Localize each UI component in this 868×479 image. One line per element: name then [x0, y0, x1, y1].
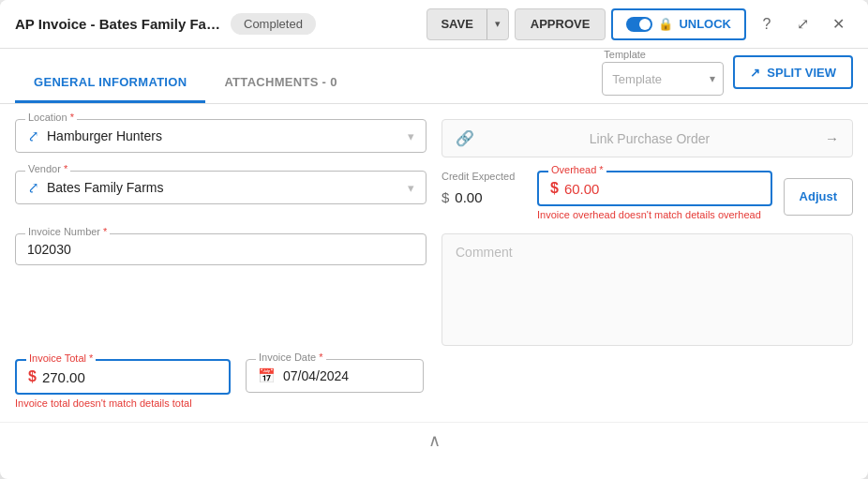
overhead-error-text: Invoice overhead doesn't match details o…	[537, 209, 772, 220]
save-main-button[interactable]: SAVE	[427, 9, 486, 39]
invoice-total-col: Invoice Total $ Invoice total doesn't ma…	[15, 359, 231, 409]
tab-attachments[interactable]: ATTACHMENTS - 0	[205, 62, 355, 103]
chevron-up-icon[interactable]: ∧	[428, 430, 441, 451]
overhead-field: Overhead $	[537, 171, 772, 206]
split-view-button[interactable]: ↗ SPLIT VIEW	[733, 55, 853, 89]
invoice-total-field: Invoice Total $	[15, 359, 231, 395]
chevron-row: ∧	[0, 422, 868, 460]
calendar-icon[interactable]: 📅	[258, 367, 276, 384]
template-dropdown-arrow-icon: ▾	[710, 72, 715, 85]
location-field: Location ⤤ Hamburger Hunters ▾	[15, 119, 427, 153]
vendor-value: Bates Family Farms	[47, 180, 400, 195]
vendor-label: Vendor	[25, 163, 70, 174]
vendor-field-row: ⤤ Bates Family Farms ▾	[27, 179, 414, 196]
invoice-number-col: Invoice Number	[15, 233, 427, 265]
invoice-total-error-text: Invoice total doesn't match details tota…	[15, 397, 231, 409]
invoice-number-input[interactable]	[27, 242, 414, 257]
link-icon: 🔗	[456, 129, 474, 147]
tab-extra: Template Template ▾ ↗ SPLIT VIEW	[602, 49, 853, 103]
maximize-icon: ⤢	[797, 15, 809, 33]
invoice-number-label: Invoice Number	[25, 226, 110, 237]
split-view-label: SPLIT VIEW	[767, 66, 836, 80]
invoice-date-field: Invoice Date 📅	[246, 359, 424, 393]
modal-container: AP Invoice - Bates Family Farms - 102...…	[0, 0, 868, 479]
row-invoice-total: Invoice Total $ Invoice total doesn't ma…	[15, 359, 853, 409]
credit-expected-value: 0.00	[455, 189, 482, 205]
link-purchase-arrow-icon: →	[825, 130, 839, 146]
modal-title: AP Invoice - Bates Family Farms - 102...	[15, 16, 221, 32]
overhead-value-row: $	[550, 180, 759, 197]
save-dropdown-button[interactable]: ▾	[487, 9, 508, 39]
unlock-label: UNLOCK	[679, 17, 731, 31]
overhead-input[interactable]	[564, 181, 759, 197]
comment-col-right: Comment	[441, 233, 853, 346]
tab-attachments-label: ATTACHMENTS - 0	[224, 75, 337, 89]
overhead-label: Overhead	[548, 164, 606, 175]
tab-general-label: GENERAL INFORMATION	[34, 75, 187, 89]
link-purchase-placeholder: Link Purchase Order	[484, 131, 816, 146]
location-dropdown-icon[interactable]: ▾	[408, 129, 414, 143]
invoice-total-dollar-sign: $	[28, 368, 37, 385]
credit-expected-value-row: $ 0.00	[441, 189, 526, 205]
credit-expected-label: Credit Expected	[441, 171, 526, 182]
row-vendor: Vendor ⤤ Bates Family Farms ▾ Credit Exp…	[15, 171, 853, 220]
overhead-group: Overhead $ Invoice overhead doesn't matc…	[537, 171, 772, 220]
header-actions: SAVE ▾ APPROVE 🔒 UNLOCK ? ⤢ ✕	[427, 8, 853, 40]
close-icon: ✕	[832, 15, 845, 33]
comment-box[interactable]: Comment	[441, 233, 853, 346]
row-invoice-number: Invoice Number Comment	[15, 233, 853, 346]
approve-button[interactable]: APPROVE	[515, 8, 606, 40]
link-purchase-col: 🔗 Link Purchase Order →	[441, 119, 853, 157]
unlock-button[interactable]: 🔒 UNLOCK	[611, 8, 746, 40]
lock-icon: 🔒	[658, 17, 673, 31]
template-select[interactable]: Template ▾	[602, 62, 724, 96]
invoice-date-col: Invoice Date 📅	[246, 359, 424, 393]
comment-label: Comment	[456, 245, 513, 260]
location-edit-icon[interactable]: ⤤	[27, 127, 39, 144]
vendor-dropdown-icon[interactable]: ▾	[408, 181, 414, 195]
vendor-edit-icon[interactable]: ⤤	[27, 179, 39, 196]
invoice-date-label: Invoice Date	[256, 352, 326, 363]
location-value: Hamburger Hunters	[47, 128, 400, 143]
adjust-button[interactable]: Adjust	[784, 178, 853, 216]
invoice-date-input[interactable]	[283, 368, 412, 383]
help-button[interactable]: ?	[752, 9, 782, 39]
location-field-row: ⤤ Hamburger Hunters ▾	[27, 127, 414, 144]
toggle-icon	[626, 17, 652, 32]
tabs-row: GENERAL INFORMATION ATTACHMENTS - 0 Temp…	[0, 49, 868, 104]
status-badge: Completed	[231, 13, 316, 35]
question-icon: ?	[763, 16, 771, 33]
template-label: Template	[602, 49, 724, 60]
tab-general[interactable]: GENERAL INFORMATION	[15, 62, 205, 103]
credit-dollar-sign: $	[441, 189, 449, 205]
invoice-number-field: Invoice Number	[15, 233, 427, 265]
template-select-value: Template	[612, 72, 704, 86]
credit-expected-group: Credit Expected $ 0.00	[441, 171, 526, 205]
link-purchase-field[interactable]: 🔗 Link Purchase Order →	[441, 119, 853, 157]
save-button-group[interactable]: SAVE ▾	[427, 8, 508, 40]
vendor-col: Vendor ⤤ Bates Family Farms ▾	[15, 171, 427, 220]
location-col: Location ⤤ Hamburger Hunters ▾	[15, 119, 427, 157]
vendor-field: Vendor ⤤ Bates Family Farms ▾	[15, 171, 427, 204]
row-location: Location ⤤ Hamburger Hunters ▾ 🔗 Link Pu…	[15, 119, 853, 157]
split-view-icon: ↗	[750, 66, 760, 80]
invoice-date-value-row: 📅	[258, 367, 412, 384]
invoice-total-input[interactable]	[42, 369, 217, 385]
maximize-button[interactable]: ⤢	[787, 9, 817, 39]
overhead-dollar-sign: $	[550, 180, 559, 197]
location-label: Location	[25, 112, 77, 123]
modal-body: Location ⤤ Hamburger Hunters ▾ 🔗 Link Pu…	[0, 104, 868, 409]
template-group: Template Template ▾	[602, 49, 724, 96]
close-button[interactable]: ✕	[823, 9, 853, 39]
modal-header: AP Invoice - Bates Family Farms - 102...…	[0, 0, 868, 49]
save-dropdown-arrow-icon: ▾	[495, 18, 501, 30]
invoice-number-value-row	[27, 242, 414, 257]
credit-overhead-col: Credit Expected $ 0.00 Overhead $	[441, 171, 853, 220]
invoice-total-value-row: $	[28, 368, 217, 385]
invoice-total-label: Invoice Total	[26, 352, 96, 364]
